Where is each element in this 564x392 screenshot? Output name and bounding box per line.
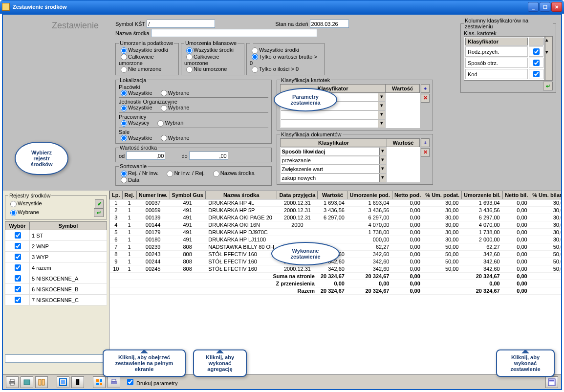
reg-check[interactable] (15, 254, 21, 260)
legend: Klasyfikacja kartotek (280, 77, 331, 83)
sale-wszystkie[interactable]: Wszystkie (119, 135, 152, 141)
reg-wybrane[interactable]: Wybrane (8, 209, 39, 215)
fullscreen-button[interactable] (57, 376, 69, 388)
opt-brutto[interactable]: Tylko o wartości brutto > 0 (250, 54, 317, 66)
grid-header[interactable]: Netto pod. (392, 191, 423, 199)
klas-check[interactable] (533, 71, 540, 77)
table-row[interactable]: 3100139491DRUKARKA OKI PAGE 202000.12.31… (110, 214, 562, 221)
grid-header[interactable]: Numer inw. (136, 191, 170, 199)
remove-row-button[interactable]: ✕ (421, 148, 430, 157)
wartosc-do-input[interactable] (189, 152, 228, 160)
reg-symbol[interactable]: 5 NISKOCENNE_A (30, 273, 107, 284)
opt-calkowicie[interactable]: Całkowicie umorzone (184, 54, 219, 66)
table-row[interactable]: 4100144491DRUKARKA OKI 16N20004 070,000,… (110, 221, 562, 229)
reg-check[interactable] (15, 286, 21, 292)
pracownicy-wybrani[interactable]: Wybrani (155, 120, 184, 126)
jednostki-wszystkie[interactable]: Wszystkie (119, 105, 152, 110)
placowki-wybrane[interactable]: Wybrane (159, 90, 190, 96)
nazwa-input[interactable] (151, 29, 317, 37)
klas-row[interactable]: Sposób otrz. (465, 58, 528, 68)
sort-rejnr[interactable]: Rej. / Nr inw. (119, 170, 158, 176)
grid-header[interactable]: Umorzenie pod. (347, 191, 392, 199)
reg-symbol[interactable]: 4 razem (30, 262, 107, 273)
reg-check[interactable] (15, 297, 21, 303)
kd-klas-1[interactable] (281, 148, 379, 155)
opt-wszystkie[interactable]: Wszystkie środki (250, 47, 299, 53)
print-params-button[interactable] (108, 376, 120, 388)
reg-symbol[interactable]: 6 NISKOCENNE_B (30, 284, 107, 295)
grid-header[interactable]: Data przyjęcia (277, 191, 318, 199)
nazwa-label: Nazwa środka (115, 30, 150, 36)
klas-check[interactable] (533, 48, 540, 55)
apply-reg-button[interactable]: ↵ (94, 208, 104, 217)
columns-button[interactable] (35, 376, 48, 388)
reg-check[interactable] (15, 232, 21, 239)
grid-header[interactable]: Rej. (122, 191, 136, 199)
grid-wrapper[interactable]: Lp.Rej.Numer inw.Symbol GusNazwa środkaD… (109, 191, 561, 374)
opt-wszystkie[interactable]: Wszystkie środki (184, 47, 234, 53)
remove-row-button[interactable]: ✕ (421, 94, 430, 103)
opt-wszystkie[interactable]: Wszystkie środki (119, 47, 168, 53)
reg-symbol[interactable]: 7 NISKOCENNE_C (30, 295, 107, 305)
reg-check[interactable] (15, 275, 21, 282)
scrollbar[interactable]: ▴▾ (545, 36, 553, 81)
jednostki-wybrane[interactable]: Wybrane (159, 105, 190, 110)
stan-date-input[interactable] (310, 20, 349, 28)
apply-button[interactable]: ↵ (543, 82, 553, 90)
barcode-button[interactable] (71, 376, 84, 388)
grid-header[interactable]: Symbol Gus (170, 191, 205, 199)
titlebar[interactable]: Zestawienie środków _ ☐ ✕ (0, 0, 564, 14)
reg-symbol[interactable]: 3 WYP (30, 252, 107, 262)
check-all-button[interactable]: ✔ (95, 199, 104, 208)
reg-check[interactable] (15, 264, 21, 271)
print-button[interactable] (6, 376, 19, 388)
kd-val-2[interactable] (281, 174, 379, 182)
registry-filter-input[interactable] (5, 354, 107, 363)
placowki-wszystkie[interactable]: Wszystkie (119, 90, 152, 96)
sale-wybrane[interactable]: Wybrane (159, 135, 190, 141)
table-row[interactable]: 1100037491DRUKARKA HP 4L2000.12.311 693,… (110, 199, 562, 207)
symbol-kst-input[interactable] (147, 20, 215, 28)
reg-symbol[interactable]: 1 ST (30, 230, 107, 241)
table-row[interactable]: 2100059491DRUKARKA HP 5P2000.12.313 436,… (110, 207, 562, 214)
reg-symbol[interactable]: 2 WNP (30, 241, 107, 252)
grid-header[interactable]: Nazwa środka (205, 191, 277, 199)
table-row[interactable]: 6100180491DRUKARKA HP LJ1100000,000,0030… (110, 236, 562, 243)
sort-nrrej[interactable]: Nr inw. / Rej. (165, 170, 204, 176)
drukuj-parametry-checkbox[interactable]: Drukuj parametry (125, 377, 177, 387)
opt-ilosc[interactable]: Tylko o ilości > 0 (250, 66, 299, 72)
table-row[interactable]: 10100245808STÓŁ EFECTIV 1602000.12.31342… (110, 265, 562, 273)
kd-val-1[interactable] (281, 156, 379, 164)
close-button[interactable]: ✕ (551, 2, 562, 12)
sort-nazwa[interactable]: Nazwa środka (211, 170, 255, 176)
opt-nieumorzone[interactable]: Nie umorzone (119, 66, 161, 72)
pracownicy-wszyscy[interactable]: Wszyscy (119, 120, 149, 126)
grid-header[interactable]: % Um. bilans. (530, 191, 561, 199)
export-button[interactable] (21, 376, 33, 388)
grid-header[interactable]: Netto bil. (503, 191, 530, 199)
grid-header[interactable]: Umorzenie bil. (461, 191, 502, 199)
aggregate-button[interactable] (93, 376, 106, 388)
opt-nieumorzone[interactable]: Nie umorzone (184, 66, 227, 72)
grid-header[interactable]: Wartość (318, 191, 347, 199)
sort-data[interactable]: Data (119, 177, 139, 183)
table-row[interactable]: 5100179491DRUKARKA HP DJ970C1 738,000,00… (110, 229, 562, 236)
wartosc-od-input[interactable] (126, 152, 165, 160)
klas-check[interactable] (533, 60, 540, 66)
opt-calkowicie[interactable]: Całkowicie umorzone (119, 54, 154, 66)
grid-header[interactable]: % Um. podat. (423, 191, 462, 199)
dropdown-icon[interactable]: ▾ (378, 93, 385, 101)
add-row-button[interactable]: + (421, 138, 430, 147)
dropdown-icon[interactable]: ▾ (378, 102, 385, 110)
minimize-button[interactable]: _ (528, 2, 539, 12)
reg-check[interactable] (15, 243, 21, 249)
execute-button[interactable] (545, 376, 558, 388)
reg-wszystkie[interactable]: Wszystkie (8, 200, 42, 206)
legend: Umorzenia podatkowe (119, 40, 174, 46)
add-row-button[interactable]: + (421, 84, 430, 93)
klas-row[interactable]: Rodz.przych. (465, 46, 528, 57)
grid-header[interactable]: Lp. (110, 191, 123, 199)
kd-klas-2[interactable] (281, 165, 379, 173)
maximize-button[interactable]: ☐ (540, 2, 550, 12)
klas-row[interactable]: Kod (465, 69, 528, 79)
